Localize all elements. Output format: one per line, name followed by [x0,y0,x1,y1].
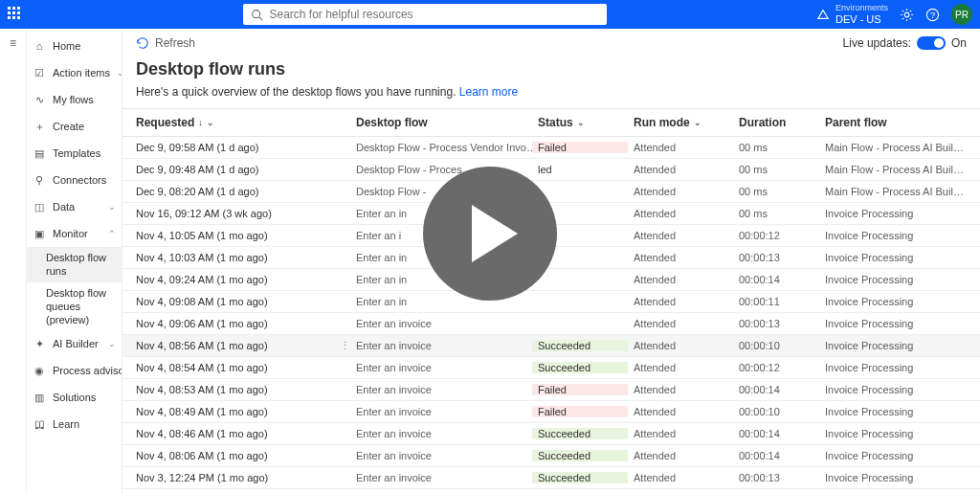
row-more-icon[interactable]: ⋮ [337,340,352,352]
table-row[interactable]: Dec 9, 09:58 AM (1 d ago)Desktop Flow - … [122,137,980,159]
avatar[interactable]: PR [951,4,972,25]
nav-monitor-label: Monitor [53,228,88,239]
live-updates: Live updates: On [843,36,967,50]
cell-parent: Invoice Processing [825,362,967,373]
environment-picker[interactable]: EnvironmentsDEV - US [816,4,888,25]
nav-templates[interactable]: ▤Templates [27,140,122,167]
cell-status: Succeeded [538,362,634,373]
nav-my-flows[interactable]: ∿My flows [27,86,122,113]
solutions-icon: ▥ [33,391,46,404]
col-parent-flow[interactable]: Parent flow [825,116,967,129]
table-row[interactable]: Nov 4, 08:54 AM (1 mo ago)Enter an invoi… [122,357,980,379]
process-icon: ◉ [33,364,46,377]
cell-flow: Enter an invoice [356,340,538,351]
live-toggle[interactable] [917,36,946,50]
cell-duration: 00 ms [739,142,825,153]
nav-create[interactable]: ＋Create [27,113,122,140]
table-row[interactable]: Nov 4, 08:53 AM (1 mo ago)Enter an invoi… [122,379,980,401]
svg-point-2 [904,12,909,17]
table-row[interactable]: Dec 9, 09:48 AM (1 d ago)Desktop Flow - … [122,159,980,181]
cell-mode: Attended [634,208,739,219]
cell-duration: 00:00:13 [739,472,825,483]
hamburger-icon[interactable]: ≡ [0,29,26,57]
chevron-down-icon: ⌄ [108,339,116,348]
svg-line-1 [259,16,262,19]
nav-solutions[interactable]: ▥Solutions [27,384,122,411]
cell-requested: Nov 3, 12:24 PM (1 mo ago) [136,472,356,483]
table-row[interactable]: Dec 9, 08:20 AM (1 d ago)Desktop Flow -A… [122,181,980,203]
settings-icon[interactable] [900,8,914,22]
cell-status: Failed [538,406,634,417]
cell-duration: 00:00:14 [739,274,825,285]
nav-process-advisor[interactable]: ◉Process advisor (preview)⌄ [27,357,122,384]
nav-learn[interactable]: 🕮Learn [27,411,122,437]
template-icon: ▤ [33,146,46,160]
table-row[interactable]: Nov 4, 09:06 AM (1 mo ago)Enter an invoi… [122,313,980,335]
cell-parent: Invoice Processing [825,274,967,285]
col-duration[interactable]: Duration [739,116,825,129]
cell-mode: Attended [634,340,739,351]
col-run-mode[interactable]: Run mode⌄ [634,116,739,129]
learn-icon: 🕮 [33,417,46,431]
cell-flow: Enter an invoice [356,318,538,329]
svg-point-0 [253,10,260,17]
video-play-button[interactable] [423,167,557,301]
cell-mode: Attended [634,384,739,395]
table-row[interactable]: Nov 4, 08:46 AM (1 mo ago)Enter an invoi… [122,423,980,445]
nav-monitor[interactable]: ▣Monitor⌃ [27,220,122,247]
chevron-down-icon: ⌄ [694,118,702,127]
refresh-button[interactable]: Refresh [136,36,195,50]
cell-mode: Attended [634,274,739,285]
nav-templates-label: Templates [53,147,100,159]
learn-more-link[interactable]: Learn more [459,85,518,99]
search-box[interactable] [243,4,607,25]
table-row[interactable]: Nov 4, 09:08 AM (1 mo ago)Enter an inAtt… [122,291,980,313]
nav-connectors[interactable]: ⚲Connectors [27,167,122,193]
cell-mode: Attended [634,406,739,417]
cell-requested: Nov 4, 09:24 AM (1 mo ago) [136,274,356,285]
app-launcher-icon[interactable] [8,7,23,22]
cell-flow: Enter an in [356,296,538,307]
nav-ai-builder[interactable]: ✦AI Builder⌄ [27,330,122,357]
cell-requested: Nov 4, 08:46 AM (1 mo ago) [136,428,356,439]
cell-duration: 00:00:12 [739,230,825,241]
env-label: Environments [835,4,888,13]
nav-desktop-flow-queues[interactable]: Desktop flow queues (preview) [27,282,122,331]
cell-flow: Enter an invoice [356,384,538,395]
sidebar: ⌂Home ☑Action items⌄ ∿My flows ＋Create ▤… [27,29,122,493]
cell-flow: Enter an invoice [356,406,538,417]
connector-icon: ⚲ [33,173,46,187]
cell-requested: Nov 4, 10:03 AM (1 mo ago) [136,252,356,263]
cell-requested: Nov 16, 09:12 AM (3 wk ago) [136,208,356,219]
search-input[interactable] [269,8,599,21]
nav-desktop-flow-runs[interactable]: Desktop flow runs [27,247,122,282]
table-row[interactable]: Nov 4, 08:56 AM (1 mo ago)⋮Enter an invo… [122,335,980,357]
table-row[interactable]: Nov 4, 08:06 AM (1 mo ago)Enter an invoi… [122,445,980,467]
main-content: Refresh Live updates: On Desktop flow ru… [122,29,980,493]
cell-requested: Nov 4, 08:56 AM (1 mo ago) [136,340,356,351]
page-subtitle: Here's a quick overview of the desktop f… [122,85,980,108]
runs-table: Requested↓⌄ Desktop flow Status⌄ Run mod… [122,108,980,493]
cell-duration: 00:00:10 [739,340,825,351]
nav-data[interactable]: ◫Data⌄ [27,193,122,220]
col-status[interactable]: Status⌄ [538,116,634,129]
refresh-icon [136,36,149,50]
checklist-icon: ☑ [33,66,46,79]
cell-status: Succeeded [538,340,634,351]
cell-duration: 00 ms [739,186,825,197]
cell-requested: Nov 4, 08:06 AM (1 mo ago) [136,450,356,461]
table-row[interactable]: Nov 4, 09:24 AM (1 mo ago)Enter an inAtt… [122,269,980,291]
cell-duration: 00:00:14 [739,450,825,461]
nav-action-items[interactable]: ☑Action items⌄ [27,59,122,86]
nav-ai-label: AI Builder [53,338,99,349]
col-requested[interactable]: Requested↓⌄ [136,116,356,129]
table-row[interactable]: Nov 4, 08:49 AM (1 mo ago)Enter an invoi… [122,401,980,423]
nav-solutions-label: Solutions [53,392,96,403]
nav-home[interactable]: ⌂Home [27,33,122,59]
col-desktop-flow[interactable]: Desktop flow [356,116,538,129]
refresh-label: Refresh [155,36,195,50]
table-row[interactable]: Nov 3, 12:24 PM (1 mo ago)Enter an invoi… [122,467,980,489]
sort-desc-icon: ↓ [198,118,203,127]
help-icon[interactable]: ? [925,8,940,22]
plus-icon: ＋ [33,120,46,133]
